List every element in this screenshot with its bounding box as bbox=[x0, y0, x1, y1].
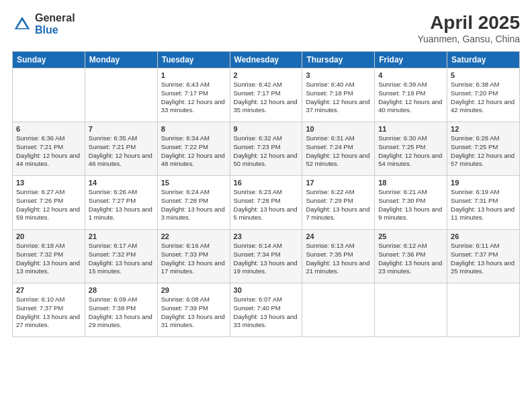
calendar-week-4: 27Sunrise: 6:10 AM Sunset: 7:37 PM Dayli… bbox=[13, 283, 520, 337]
calendar-week-2: 13Sunrise: 6:27 AM Sunset: 7:26 PM Dayli… bbox=[13, 176, 520, 230]
calendar-cell: 8Sunrise: 6:34 AM Sunset: 7:22 PM Daylig… bbox=[157, 122, 230, 176]
calendar-cell bbox=[85, 68, 157, 122]
calendar-cell: 21Sunrise: 6:17 AM Sunset: 7:32 PM Dayli… bbox=[85, 230, 157, 283]
title-block: April 2025 Yuanmen, Gansu, China bbox=[417, 12, 520, 44]
day-number: 8 bbox=[161, 125, 226, 133]
calendar-cell: 7Sunrise: 6:35 AM Sunset: 7:21 PM Daylig… bbox=[85, 122, 157, 176]
day-number: 10 bbox=[306, 125, 371, 133]
day-number: 2 bbox=[234, 71, 299, 79]
day-info: Sunrise: 6:42 AM Sunset: 7:17 PM Dayligh… bbox=[234, 81, 299, 115]
calendar-cell: 10Sunrise: 6:31 AM Sunset: 7:24 PM Dayli… bbox=[302, 122, 375, 176]
logo-general: General bbox=[35, 12, 75, 24]
location: Yuanmen, Gansu, China bbox=[417, 34, 520, 44]
calendar-cell: 22Sunrise: 6:16 AM Sunset: 7:33 PM Dayli… bbox=[157, 230, 230, 283]
day-number: 6 bbox=[16, 125, 81, 133]
day-info: Sunrise: 6:23 AM Sunset: 7:28 PM Dayligh… bbox=[234, 188, 299, 222]
logo-blue: Blue bbox=[35, 24, 58, 36]
page: General Blue April 2025 Yuanmen, Gansu, … bbox=[0, 0, 532, 411]
calendar-cell: 14Sunrise: 6:26 AM Sunset: 7:27 PM Dayli… bbox=[85, 176, 157, 230]
calendar-cell: 15Sunrise: 6:24 AM Sunset: 7:28 PM Dayli… bbox=[157, 176, 230, 230]
day-info: Sunrise: 6:10 AM Sunset: 7:37 PM Dayligh… bbox=[16, 295, 81, 330]
col-wednesday: Wednesday bbox=[230, 52, 302, 68]
day-number: 11 bbox=[378, 125, 443, 133]
day-info: Sunrise: 6:11 AM Sunset: 7:37 PM Dayligh… bbox=[451, 242, 516, 276]
day-info: Sunrise: 6:28 AM Sunset: 7:25 PM Dayligh… bbox=[451, 134, 516, 169]
day-number: 22 bbox=[161, 232, 226, 240]
day-info: Sunrise: 6:24 AM Sunset: 7:28 PM Dayligh… bbox=[161, 188, 226, 222]
day-number: 3 bbox=[306, 71, 371, 79]
calendar-week-1: 6Sunrise: 6:36 AM Sunset: 7:21 PM Daylig… bbox=[13, 122, 520, 176]
calendar-cell: 16Sunrise: 6:23 AM Sunset: 7:28 PM Dayli… bbox=[230, 176, 302, 230]
calendar-cell: 2Sunrise: 6:42 AM Sunset: 7:17 PM Daylig… bbox=[230, 68, 302, 122]
header: General Blue April 2025 Yuanmen, Gansu, … bbox=[12, 12, 520, 44]
day-number: 15 bbox=[161, 179, 226, 187]
calendar-week-0: 1Sunrise: 6:43 AM Sunset: 7:17 PM Daylig… bbox=[13, 68, 520, 122]
day-number: 16 bbox=[234, 179, 299, 187]
day-number: 28 bbox=[89, 286, 154, 294]
day-number: 1 bbox=[161, 71, 226, 79]
day-number: 13 bbox=[16, 179, 81, 187]
col-friday: Friday bbox=[375, 52, 447, 68]
calendar-cell: 27Sunrise: 6:10 AM Sunset: 7:37 PM Dayli… bbox=[13, 283, 85, 337]
day-info: Sunrise: 6:31 AM Sunset: 7:24 PM Dayligh… bbox=[306, 134, 371, 169]
day-info: Sunrise: 6:32 AM Sunset: 7:23 PM Dayligh… bbox=[234, 134, 299, 169]
day-number: 12 bbox=[451, 125, 516, 133]
calendar-header-row: Sunday Monday Tuesday Wednesday Thursday… bbox=[13, 52, 520, 68]
calendar-cell: 17Sunrise: 6:22 AM Sunset: 7:29 PM Dayli… bbox=[302, 176, 375, 230]
col-tuesday: Tuesday bbox=[157, 52, 230, 68]
day-info: Sunrise: 6:12 AM Sunset: 7:36 PM Dayligh… bbox=[378, 242, 443, 276]
calendar-cell: 1Sunrise: 6:43 AM Sunset: 7:17 PM Daylig… bbox=[157, 68, 230, 122]
day-info: Sunrise: 6:14 AM Sunset: 7:34 PM Dayligh… bbox=[234, 242, 299, 276]
calendar-cell: 24Sunrise: 6:13 AM Sunset: 7:35 PM Dayli… bbox=[302, 230, 375, 283]
calendar-cell bbox=[13, 68, 85, 122]
day-info: Sunrise: 6:09 AM Sunset: 7:38 PM Dayligh… bbox=[89, 295, 154, 330]
calendar: Sunday Monday Tuesday Wednesday Thursday… bbox=[12, 51, 520, 337]
day-info: Sunrise: 6:18 AM Sunset: 7:32 PM Dayligh… bbox=[16, 242, 81, 276]
calendar-cell: 9Sunrise: 6:32 AM Sunset: 7:23 PM Daylig… bbox=[230, 122, 302, 176]
calendar-cell bbox=[302, 283, 375, 337]
calendar-cell: 29Sunrise: 6:08 AM Sunset: 7:39 PM Dayli… bbox=[157, 283, 230, 337]
day-number: 30 bbox=[234, 286, 299, 294]
calendar-cell: 30Sunrise: 6:07 AM Sunset: 7:40 PM Dayli… bbox=[230, 283, 302, 337]
col-monday: Monday bbox=[85, 52, 157, 68]
logo-text: General Blue bbox=[35, 12, 75, 36]
day-info: Sunrise: 6:43 AM Sunset: 7:17 PM Dayligh… bbox=[161, 81, 226, 115]
calendar-cell: 6Sunrise: 6:36 AM Sunset: 7:21 PM Daylig… bbox=[13, 122, 85, 176]
calendar-cell: 26Sunrise: 6:11 AM Sunset: 7:37 PM Dayli… bbox=[447, 230, 520, 283]
day-number: 19 bbox=[451, 179, 516, 187]
calendar-cell: 5Sunrise: 6:38 AM Sunset: 7:20 PM Daylig… bbox=[447, 68, 520, 122]
day-number: 20 bbox=[16, 232, 81, 240]
day-info: Sunrise: 6:40 AM Sunset: 7:18 PM Dayligh… bbox=[306, 81, 371, 115]
day-info: Sunrise: 6:26 AM Sunset: 7:27 PM Dayligh… bbox=[89, 188, 154, 222]
calendar-cell: 11Sunrise: 6:30 AM Sunset: 7:25 PM Dayli… bbox=[375, 122, 447, 176]
day-info: Sunrise: 6:30 AM Sunset: 7:25 PM Dayligh… bbox=[378, 134, 443, 169]
day-info: Sunrise: 6:27 AM Sunset: 7:26 PM Dayligh… bbox=[16, 188, 81, 222]
calendar-cell: 13Sunrise: 6:27 AM Sunset: 7:26 PM Dayli… bbox=[13, 176, 85, 230]
day-number: 17 bbox=[306, 179, 371, 187]
day-info: Sunrise: 6:38 AM Sunset: 7:20 PM Dayligh… bbox=[451, 81, 516, 115]
day-number: 18 bbox=[378, 179, 443, 187]
day-number: 25 bbox=[378, 232, 443, 240]
day-number: 4 bbox=[378, 71, 443, 79]
logo-icon bbox=[12, 14, 32, 34]
calendar-cell: 28Sunrise: 6:09 AM Sunset: 7:38 PM Dayli… bbox=[85, 283, 157, 337]
day-info: Sunrise: 6:17 AM Sunset: 7:32 PM Dayligh… bbox=[89, 242, 154, 276]
calendar-cell bbox=[375, 283, 447, 337]
month-year: April 2025 bbox=[417, 12, 520, 34]
day-info: Sunrise: 6:16 AM Sunset: 7:33 PM Dayligh… bbox=[161, 242, 226, 276]
calendar-cell: 25Sunrise: 6:12 AM Sunset: 7:36 PM Dayli… bbox=[375, 230, 447, 283]
calendar-cell: 3Sunrise: 6:40 AM Sunset: 7:18 PM Daylig… bbox=[302, 68, 375, 122]
calendar-cell: 20Sunrise: 6:18 AM Sunset: 7:32 PM Dayli… bbox=[13, 230, 85, 283]
day-number: 26 bbox=[451, 232, 516, 240]
day-info: Sunrise: 6:22 AM Sunset: 7:29 PM Dayligh… bbox=[306, 188, 371, 222]
calendar-cell: 23Sunrise: 6:14 AM Sunset: 7:34 PM Dayli… bbox=[230, 230, 302, 283]
day-number: 9 bbox=[234, 125, 299, 133]
day-number: 23 bbox=[234, 232, 299, 240]
day-info: Sunrise: 6:19 AM Sunset: 7:31 PM Dayligh… bbox=[451, 188, 516, 222]
day-info: Sunrise: 6:34 AM Sunset: 7:22 PM Dayligh… bbox=[161, 134, 226, 169]
day-number: 29 bbox=[161, 286, 226, 294]
day-number: 21 bbox=[89, 232, 154, 240]
day-info: Sunrise: 6:13 AM Sunset: 7:35 PM Dayligh… bbox=[306, 242, 371, 276]
calendar-cell: 12Sunrise: 6:28 AM Sunset: 7:25 PM Dayli… bbox=[447, 122, 520, 176]
day-number: 14 bbox=[89, 179, 154, 187]
